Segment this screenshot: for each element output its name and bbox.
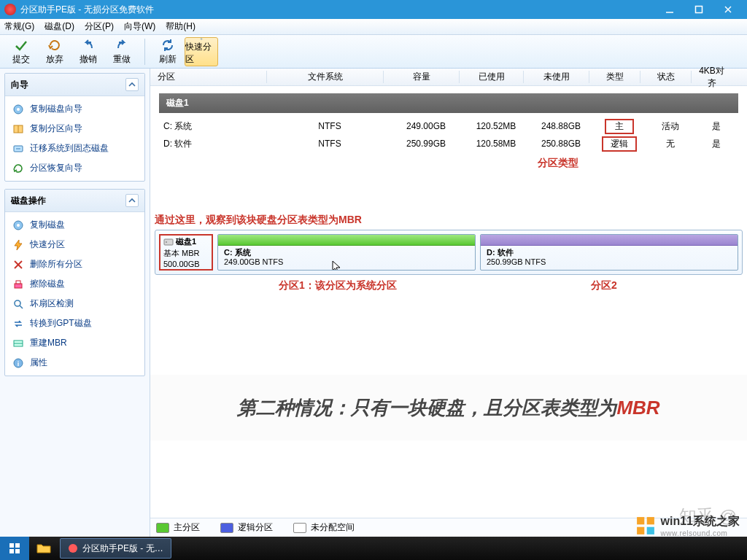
svg-rect-15 [16, 281, 20, 284]
menu-help[interactable]: 帮助(H) [166, 20, 196, 33]
convert-icon [12, 318, 24, 330]
col-partition[interactable]: 分区 [150, 71, 267, 83]
sidebar-item-label: 属性 [30, 357, 47, 369]
sidebar-item-label: 擦除磁盘 [30, 278, 65, 290]
refresh-label: 刷新 [159, 53, 177, 66]
redo-button[interactable]: 重做 [105, 37, 139, 66]
sidebar-item-copy-disk[interactable]: 复制磁盘 [8, 215, 142, 235]
quick-label: 快速分区 [185, 41, 217, 66]
sidebar-item-migrate-ssd[interactable]: 迁移系统到固态磁盘 [8, 139, 142, 158]
app-taskbar-icon [68, 543, 78, 553]
site-title: win11系统之家 [661, 514, 740, 529]
menu-general[interactable]: 常规(G) [4, 20, 34, 33]
svg-rect-25 [646, 517, 654, 524]
partition-name: C: 系统 [224, 248, 251, 257]
grid-header: 分区 文件系统 容量 已使用 未使用 类型 状态 4KB对齐 [150, 69, 747, 86]
partition-annotations: 分区1：该分区为系统分区 分区2 [155, 279, 743, 292]
refresh-button[interactable]: 刷新 [151, 37, 185, 66]
sidebar-item-convert-gpt[interactable]: 转换到GPT磁盘 [8, 314, 142, 333]
col-state[interactable]: 状态 [640, 71, 692, 83]
banner-text: 第二种情况：只有一块硬盘，且分区表类型为 [237, 395, 616, 421]
svg-rect-28 [9, 543, 14, 548]
svg-rect-1 [696, 7, 703, 13]
menu-partition[interactable]: 分区(P) [85, 20, 114, 33]
discard-button[interactable]: 放弃 [38, 37, 71, 66]
sidebar-item-copy-disk-wizard[interactable]: 复制磁盘向导 [8, 99, 142, 119]
disk-group-header[interactable]: 磁盘1 [159, 93, 738, 113]
legend-unalloc: 未分配空间 [293, 521, 355, 534]
table-row[interactable]: C: 系统 NTFS 249.00GB 120.52MB 248.88GB 主 … [155, 117, 743, 135]
disk-block[interactable]: 磁盘1 基本 MBR 500.00GB [159, 234, 213, 271]
wizard-panel-header[interactable]: 向导 [5, 74, 144, 96]
maximize-button[interactable] [684, 0, 713, 19]
disk-name: 磁盘1 [176, 236, 196, 247]
partition-size: 250.99GB NTFS [487, 257, 546, 266]
cell-state: 无 [645, 138, 696, 150]
cell-cap: 250.99GB [388, 139, 464, 149]
legend-primary: 主分区 [156, 521, 200, 534]
scan-icon [12, 298, 24, 310]
folder-icon [36, 542, 51, 554]
svg-rect-27 [646, 527, 654, 534]
close-button[interactable] [713, 0, 743, 19]
col-capacity[interactable]: 容量 [384, 71, 460, 83]
undo-button[interactable]: 撤销 [71, 37, 105, 66]
quick-icon [12, 239, 24, 251]
svg-point-16 [15, 300, 20, 306]
svg-rect-24 [637, 517, 644, 524]
taskbar: 分区助手PE版 - 无… [0, 537, 747, 560]
col-free[interactable]: 未使用 [524, 71, 589, 83]
refresh-icon [160, 38, 175, 52]
start-button[interactable] [0, 537, 29, 560]
commit-button[interactable]: 提交 [4, 37, 38, 66]
col-type[interactable]: 类型 [589, 71, 640, 83]
window-title: 分区助手PE版 - 无损分区免费软件 [20, 4, 655, 16]
partition-block-c[interactable]: C: 系统 249.00GB NTFS [217, 234, 476, 271]
menu-disk[interactable]: 磁盘(D) [44, 20, 74, 33]
minimize-button[interactable] [655, 0, 684, 19]
check-icon [14, 38, 28, 52]
menu-wizard[interactable]: 向导(W) [124, 20, 155, 33]
sidebar-item-quick-partition[interactable]: 快速分区 [8, 235, 142, 254]
sidebar-item-copy-partition-wizard[interactable]: 复制分区向导 [8, 119, 142, 139]
swatch-icon [293, 523, 306, 533]
sidebar-item-label: 快速分区 [30, 238, 65, 251]
info-icon: i [12, 357, 24, 369]
sidebar-item-delete-all[interactable]: 删除所有分区 [8, 254, 142, 274]
undo-icon [81, 38, 96, 52]
discard-label: 放弃 [46, 53, 63, 66]
cell-free: 250.88GB [528, 139, 594, 149]
taskbar-app[interactable]: 分区助手PE版 - 无… [60, 538, 171, 559]
diskops-panel-header[interactable]: 磁盘操作 [5, 190, 144, 212]
partition-name: D: 软件 [487, 248, 514, 257]
sidebar-item-properties[interactable]: i属性 [8, 353, 142, 373]
sidebar-item-bad-sector[interactable]: 坏扇区检测 [8, 294, 142, 314]
table-row[interactable]: D: 软件 NTFS 250.99GB 120.58MB 250.88GB 逻辑… [155, 135, 743, 152]
cell-4k: 是 [696, 120, 736, 133]
svg-point-32 [69, 544, 77, 553]
sidebar-item-rebuild-mbr[interactable]: 重建MBR [8, 333, 142, 353]
sidebar-item-label: 复制磁盘 [30, 219, 65, 231]
chevron-up-icon[interactable] [125, 78, 139, 91]
cell-type: 主 [594, 119, 645, 134]
svg-point-23 [166, 241, 167, 243]
cell-4k: 是 [696, 138, 736, 150]
swatch-icon [156, 523, 169, 533]
quick-partition-button[interactable]: 快速分区 [185, 37, 218, 66]
cell-cap: 249.00GB [388, 121, 464, 131]
svg-rect-22 [164, 239, 173, 245]
disk-icon [12, 219, 24, 231]
sidebar-item-wipe-disk[interactable]: 擦除磁盘 [8, 274, 142, 294]
sidebar-item-recover-partition[interactable]: 分区恢复向导 [8, 158, 142, 178]
commit-label: 提交 [12, 53, 30, 66]
partition-block-d[interactable]: D: 软件 250.99GB NTFS [480, 234, 738, 271]
col-used[interactable]: 已使用 [460, 71, 524, 83]
col-filesystem[interactable]: 文件系统 [267, 71, 384, 83]
chevron-up-icon[interactable] [125, 194, 139, 207]
partition-size: 249.00GB NTFS [224, 257, 283, 266]
mbr-icon [12, 338, 24, 349]
windows-icon [9, 542, 20, 554]
svg-rect-31 [15, 549, 20, 553]
titlebar: 分区助手PE版 - 无损分区免费软件 [0, 0, 747, 19]
explorer-button[interactable] [29, 537, 58, 560]
